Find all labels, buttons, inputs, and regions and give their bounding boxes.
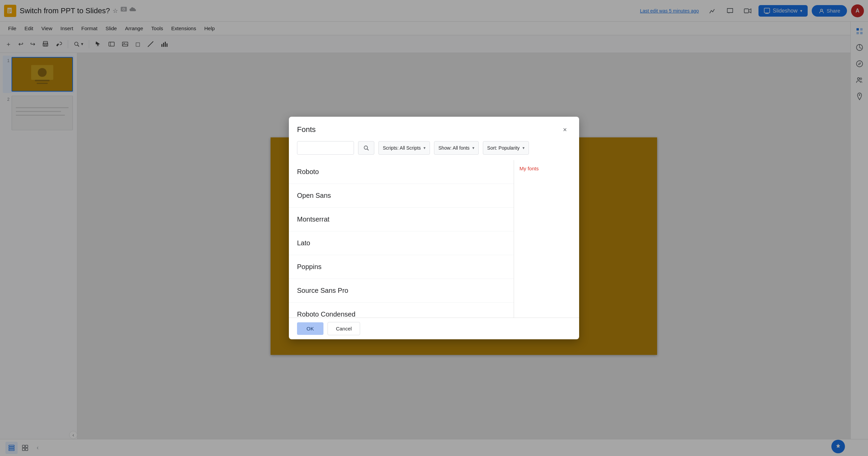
- font-name-robotocond: Roboto Condensed: [297, 310, 355, 318]
- font-name-lato: Lato: [297, 239, 310, 247]
- dialog-body: Roboto Open Sans Montserrat Lato Poppins…: [289, 160, 579, 318]
- modal-overlay: Fonts × Scripts: All Scripts ▾ Show: All…: [0, 0, 868, 456]
- font-search-input[interactable]: [301, 145, 350, 151]
- fonts-list-panel[interactable]: Roboto Open Sans Montserrat Lato Poppins…: [289, 160, 514, 318]
- sort-filter-arrow: ▾: [522, 146, 525, 150]
- show-filter-arrow: ▾: [472, 146, 474, 150]
- scripts-filter-label: Scripts: All Scripts: [383, 145, 421, 151]
- font-item-lato[interactable]: Lato: [289, 231, 514, 255]
- scripts-filter-arrow: ▾: [423, 146, 426, 150]
- scripts-filter-button[interactable]: Scripts: All Scripts ▾: [378, 141, 430, 155]
- font-item-sourcesans[interactable]: Source Sans Pro: [289, 279, 514, 303]
- font-name-montserrat: Montserrat: [297, 215, 330, 223]
- my-fonts-title[interactable]: My fonts: [519, 166, 539, 171]
- show-filter-button[interactable]: Show: All fonts ▾: [434, 141, 479, 155]
- search-submit-button[interactable]: [358, 141, 374, 155]
- dialog-title: Fonts: [297, 125, 316, 134]
- dialog-close-button[interactable]: ×: [559, 124, 571, 136]
- sort-filter-label: Sort: Popularity: [487, 145, 520, 151]
- font-item-robotocond[interactable]: Roboto Condensed: [289, 303, 514, 318]
- font-name-poppins: Poppins: [297, 263, 321, 271]
- dialog-header: Fonts ×: [289, 117, 579, 141]
- font-item-poppins[interactable]: Poppins: [289, 255, 514, 279]
- fonts-dialog: Fonts × Scripts: All Scripts ▾ Show: All…: [289, 117, 579, 339]
- svg-line-54: [367, 149, 369, 150]
- font-name-opensans: Open Sans: [297, 192, 331, 200]
- dialog-search-row: Scripts: All Scripts ▾ Show: All fonts ▾…: [289, 141, 579, 160]
- my-fonts-panel: My fonts: [514, 160, 579, 318]
- svg-point-53: [364, 146, 368, 149]
- dialog-footer: OK Cancel: [289, 318, 579, 339]
- ok-button[interactable]: OK: [297, 322, 323, 335]
- font-name-sourcesans: Source Sans Pro: [297, 287, 348, 294]
- font-item-opensans[interactable]: Open Sans: [289, 184, 514, 208]
- font-item-montserrat[interactable]: Montserrat: [289, 208, 514, 231]
- show-filter-label: Show: All fonts: [438, 145, 470, 151]
- font-item-roboto[interactable]: Roboto: [289, 160, 514, 184]
- close-icon: ×: [563, 126, 567, 134]
- search-input-wrapper: [297, 141, 354, 155]
- cancel-button[interactable]: Cancel: [328, 322, 360, 335]
- font-name-roboto: Roboto: [297, 168, 319, 176]
- sort-filter-button[interactable]: Sort: Popularity ▾: [483, 141, 529, 155]
